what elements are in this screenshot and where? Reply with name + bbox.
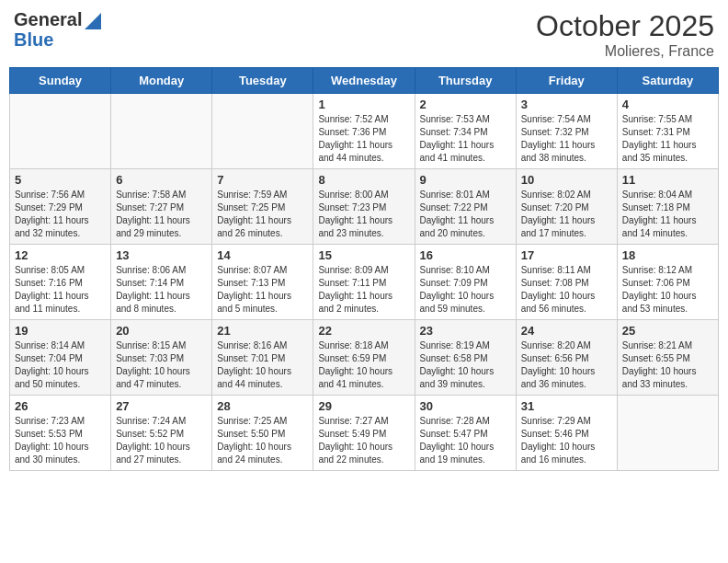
weekday-header-tuesday: Tuesday [212, 68, 313, 94]
day-cell: 18Sunrise: 8:12 AM Sunset: 7:06 PM Dayli… [617, 245, 718, 320]
weekday-header-friday: Friday [516, 68, 617, 94]
day-info: Sunrise: 8:06 AM Sunset: 7:14 PM Dayligh… [116, 264, 207, 316]
day-number: 23 [420, 324, 511, 338]
day-number: 26 [15, 399, 106, 413]
day-info: Sunrise: 7:24 AM Sunset: 5:52 PM Dayligh… [116, 415, 207, 466]
day-number: 18 [622, 248, 713, 262]
day-number: 11 [622, 173, 713, 187]
day-info: Sunrise: 8:05 AM Sunset: 7:16 PM Dayligh… [15, 264, 106, 316]
day-info: Sunrise: 7:59 AM Sunset: 7:25 PM Dayligh… [217, 189, 308, 240]
day-info: Sunrise: 8:16 AM Sunset: 7:01 PM Dayligh… [217, 339, 308, 391]
day-number: 12 [15, 248, 106, 262]
day-info: Sunrise: 8:19 AM Sunset: 6:58 PM Dayligh… [420, 339, 511, 391]
day-number: 29 [318, 399, 409, 413]
day-info: Sunrise: 8:15 AM Sunset: 7:03 PM Dayligh… [116, 339, 207, 391]
day-cell: 2Sunrise: 7:53 AM Sunset: 7:34 PM Daylig… [415, 94, 516, 169]
day-info: Sunrise: 8:18 AM Sunset: 6:59 PM Dayligh… [318, 339, 409, 391]
day-number: 2 [420, 98, 511, 111]
day-cell: 31Sunrise: 7:29 AM Sunset: 5:46 PM Dayli… [516, 396, 617, 471]
title-area: October 2025 Molieres, France [536, 9, 714, 60]
day-cell: 14Sunrise: 8:07 AM Sunset: 7:13 PM Dayli… [212, 245, 313, 320]
day-info: Sunrise: 7:58 AM Sunset: 7:27 PM Dayligh… [116, 189, 207, 240]
weekday-header-row: SundayMondayTuesdayWednesdayThursdayFrid… [10, 68, 719, 94]
week-row-2: 5Sunrise: 7:56 AM Sunset: 7:29 PM Daylig… [10, 169, 719, 245]
day-cell: 11Sunrise: 8:04 AM Sunset: 7:18 PM Dayli… [617, 169, 718, 245]
day-number: 13 [116, 248, 207, 262]
day-number: 4 [622, 98, 713, 111]
location-title: Molieres, France [536, 43, 714, 60]
day-number: 24 [521, 324, 612, 338]
day-info: Sunrise: 8:12 AM Sunset: 7:06 PM Dayligh… [622, 264, 713, 316]
day-info: Sunrise: 8:21 AM Sunset: 6:55 PM Dayligh… [622, 339, 713, 391]
header: General Blue October 2025 Molieres, Fran… [9, 9, 719, 60]
day-cell: 29Sunrise: 7:27 AM Sunset: 5:49 PM Dayli… [313, 396, 415, 471]
day-cell: 17Sunrise: 8:11 AM Sunset: 7:08 PM Dayli… [516, 245, 617, 320]
day-info: Sunrise: 7:25 AM Sunset: 5:50 PM Dayligh… [217, 415, 308, 466]
day-info: Sunrise: 7:27 AM Sunset: 5:49 PM Dayligh… [318, 415, 409, 466]
day-number: 14 [217, 248, 308, 262]
day-cell: 6Sunrise: 7:58 AM Sunset: 7:27 PM Daylig… [111, 169, 212, 245]
day-number: 1 [318, 98, 409, 111]
day-info: Sunrise: 7:23 AM Sunset: 5:53 PM Dayligh… [15, 415, 106, 466]
day-number: 25 [622, 324, 713, 338]
weekday-header-monday: Monday [111, 68, 212, 94]
day-info: Sunrise: 7:56 AM Sunset: 7:29 PM Dayligh… [15, 189, 106, 240]
day-info: Sunrise: 7:54 AM Sunset: 7:32 PM Dayligh… [521, 113, 612, 165]
day-number: 10 [521, 173, 612, 187]
day-cell: 9Sunrise: 8:01 AM Sunset: 7:22 PM Daylig… [415, 169, 516, 245]
day-number: 17 [521, 248, 612, 262]
day-cell: 13Sunrise: 8:06 AM Sunset: 7:14 PM Dayli… [111, 245, 212, 320]
day-cell [617, 396, 718, 471]
day-info: Sunrise: 8:04 AM Sunset: 7:18 PM Dayligh… [622, 189, 713, 240]
day-info: Sunrise: 8:10 AM Sunset: 7:09 PM Dayligh… [420, 264, 511, 316]
day-cell: 19Sunrise: 8:14 AM Sunset: 7:04 PM Dayli… [10, 320, 111, 396]
day-info: Sunrise: 8:11 AM Sunset: 7:08 PM Dayligh… [521, 264, 612, 316]
day-info: Sunrise: 7:53 AM Sunset: 7:34 PM Dayligh… [420, 113, 511, 165]
day-number: 5 [15, 173, 106, 187]
logo-general-text: General [14, 9, 82, 29]
day-cell: 25Sunrise: 8:21 AM Sunset: 6:55 PM Dayli… [617, 320, 718, 396]
day-cell: 1Sunrise: 7:52 AM Sunset: 7:36 PM Daylig… [313, 94, 415, 169]
day-cell [111, 94, 212, 169]
week-row-5: 26Sunrise: 7:23 AM Sunset: 5:53 PM Dayli… [10, 396, 719, 471]
day-cell: 20Sunrise: 8:15 AM Sunset: 7:03 PM Dayli… [111, 320, 212, 396]
day-number: 27 [116, 399, 207, 413]
day-cell: 7Sunrise: 7:59 AM Sunset: 7:25 PM Daylig… [212, 169, 313, 245]
day-cell: 27Sunrise: 7:24 AM Sunset: 5:52 PM Dayli… [111, 396, 212, 471]
day-number: 21 [217, 324, 308, 338]
day-number: 28 [217, 399, 308, 413]
day-number: 30 [420, 399, 511, 413]
day-info: Sunrise: 7:29 AM Sunset: 5:46 PM Dayligh… [521, 415, 612, 466]
weekday-header-wednesday: Wednesday [313, 68, 415, 94]
svg-marker-0 [85, 13, 101, 29]
day-info: Sunrise: 8:09 AM Sunset: 7:11 PM Dayligh… [318, 264, 409, 316]
day-info: Sunrise: 8:02 AM Sunset: 7:20 PM Dayligh… [521, 189, 612, 240]
day-cell: 10Sunrise: 8:02 AM Sunset: 7:20 PM Dayli… [516, 169, 617, 245]
day-number: 22 [318, 324, 409, 338]
day-cell [212, 94, 313, 169]
day-cell: 22Sunrise: 8:18 AM Sunset: 6:59 PM Dayli… [313, 320, 415, 396]
calendar: SundayMondayTuesdayWednesdayThursdayFrid… [9, 67, 719, 471]
day-info: Sunrise: 8:20 AM Sunset: 6:56 PM Dayligh… [521, 339, 612, 391]
week-row-3: 12Sunrise: 8:05 AM Sunset: 7:16 PM Dayli… [10, 245, 719, 320]
day-info: Sunrise: 7:55 AM Sunset: 7:31 PM Dayligh… [622, 113, 713, 165]
day-cell: 23Sunrise: 8:19 AM Sunset: 6:58 PM Dayli… [415, 320, 516, 396]
week-row-1: 1Sunrise: 7:52 AM Sunset: 7:36 PM Daylig… [10, 94, 719, 169]
day-cell: 30Sunrise: 7:28 AM Sunset: 5:47 PM Dayli… [415, 396, 516, 471]
day-cell: 4Sunrise: 7:55 AM Sunset: 7:31 PM Daylig… [617, 94, 718, 169]
day-number: 3 [521, 98, 612, 111]
day-cell: 15Sunrise: 8:09 AM Sunset: 7:11 PM Dayli… [313, 245, 415, 320]
day-number: 6 [116, 173, 207, 187]
weekday-header-thursday: Thursday [415, 68, 516, 94]
day-info: Sunrise: 8:07 AM Sunset: 7:13 PM Dayligh… [217, 264, 308, 316]
day-info: Sunrise: 7:28 AM Sunset: 5:47 PM Dayligh… [420, 415, 511, 466]
month-title: October 2025 [536, 9, 714, 43]
day-cell: 8Sunrise: 8:00 AM Sunset: 7:23 PM Daylig… [313, 169, 415, 245]
day-number: 31 [521, 399, 612, 413]
day-cell: 26Sunrise: 7:23 AM Sunset: 5:53 PM Dayli… [10, 396, 111, 471]
day-number: 20 [116, 324, 207, 338]
logo-arrow-icon [85, 9, 101, 29]
weekday-header-saturday: Saturday [617, 68, 718, 94]
logo: General Blue [14, 9, 101, 50]
day-cell: 24Sunrise: 8:20 AM Sunset: 6:56 PM Dayli… [516, 320, 617, 396]
